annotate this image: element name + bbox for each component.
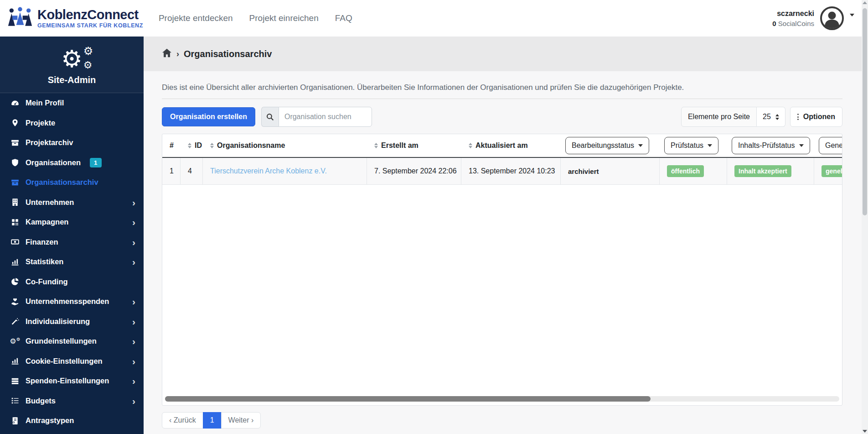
vertical-scrollbar[interactable] [862,0,868,434]
search-input[interactable] [279,107,372,127]
filter-bearbeitungsstatus-dropdown[interactable]: Bearbeitungsstatus [565,137,649,154]
column-header-index: # [162,141,181,150]
chevron-right-icon: › [132,317,135,326]
sidebar: ⚙⚙⚙ Site-Admin Mein Profil Projekte Proj… [0,37,144,434]
sidebar-item-budgets[interactable]: Budgets › [0,391,144,411]
organisation-link[interactable]: Tierschutzverein Arche Koblenz e.V. [210,167,327,175]
filter-inhalts-pruefstatus-dropdown[interactable]: Inhalts-Prüfstatus [732,137,810,154]
column-header-created[interactable]: Erstellt am [367,141,461,150]
chevron-right-icon: › [132,396,135,406]
scroll-up-icon[interactable] [863,1,867,4]
sidebar-item-label: Kampagnen [26,218,68,226]
column-header-approval-status: Genehmigungsstatus [814,137,842,154]
sidebar-item-organisationen[interactable]: Organisationen 1 [0,153,144,173]
horizontal-scrollbar[interactable] [165,396,839,402]
document-icon [10,417,20,425]
chevron-right-icon: › [132,237,135,247]
chevron-right-icon: › [132,336,135,346]
table-scroll-area: # ID Organisationsname Erstellt am [162,134,842,394]
sort-icon[interactable] [374,143,378,148]
sidebar-item-spenden-einstellungen[interactable]: Spenden-Einstellungen › [0,371,144,391]
sidebar-item-statistiken[interactable]: Statistiken › [0,252,144,272]
site-admin-title: Site-Admin [0,75,144,85]
sidebar-item-grundeinstellungen[interactable]: ⚙⚙ Grundeinstellungen › [0,331,144,351]
horizontal-scrollbar-thumb[interactable] [165,396,651,402]
sidebar-item-organisationsarchiv[interactable]: Organisationsarchiv [0,173,144,193]
sidebar-item-label: Organisationsarchiv [26,178,98,187]
main-content: › Organisationsarchiv Dies ist eine Über… [144,37,868,434]
gears-icon: ⚙⚙ [10,337,20,345]
logo[interactable]: KoblenzConnect GEMEINSAM STARK FÜR KOBLE… [0,7,143,30]
scroll-down-icon[interactable] [863,430,867,433]
filter-genehmigungsstatus-dropdown[interactable]: Genehmigungsstatus [819,137,842,154]
per-page-value: 25 [763,113,771,121]
per-page-select[interactable]: 25 [757,107,785,127]
logo-title: KoblenzConnect [37,8,143,21]
sidebar-item-label: Finanzen [26,238,58,246]
nav-projekt-einreichen[interactable]: Projekt einreichen [249,13,319,23]
top-header: KoblenzConnect GEMEINSAM STARK FÜR KOBLE… [0,0,868,37]
pagination-prev-button[interactable]: ‹ Zurück [162,412,203,429]
building-icon [10,198,20,206]
chevron-right-icon: › [132,376,135,386]
sort-icon[interactable] [188,143,191,148]
hand-heart-icon [10,298,20,306]
sort-icon[interactable] [469,143,472,148]
per-page-control: Elemente pro Seite 25 [681,107,785,127]
sidebar-item-projekte[interactable]: Projekte [0,113,144,133]
per-page-label: Elemente pro Seite [681,107,757,127]
archive-icon [10,178,20,187]
sidebar-item-cookie-einstellungen[interactable]: Cookie-Einstellungen › [0,351,144,371]
edit-status: archiviert [568,167,599,175]
caret-down-icon [799,144,804,147]
cell-updated: 13. September 2024 10:23 [461,158,561,184]
column-header-content-status: Inhalts-Prüfstatus [727,137,814,154]
sidebar-item-label: Antragstypen [26,416,74,425]
create-organisation-button[interactable]: Organisation erstellen [162,107,255,126]
logo-icon [7,7,33,30]
sidebar-item-projektarchiv[interactable]: Projektarchiv [0,133,144,153]
filter-pruefstatus-dropdown[interactable]: Prüfstatus [664,137,718,154]
sidebar-item-label: Unternehmen [26,198,74,207]
cell-index: 1 [162,158,181,184]
home-icon[interactable] [162,48,172,59]
nav-projekte-entdecken[interactable]: Projekte entdecken [159,13,233,23]
sort-icon[interactable] [210,143,214,148]
sidebar-item-kampagnen[interactable]: Kampagnen › [0,212,144,232]
sidebar-item-mein-profil[interactable]: Mein Profil [0,93,144,113]
sidebar-item-label: Grundeinstellungen [26,337,97,345]
column-header-updated[interactable]: Aktualisiert am [461,141,561,150]
pagination-page-1[interactable]: 1 [203,412,222,429]
sidebar-item-antragstypen[interactable]: Antragstypen [0,411,144,431]
sidebar-item-unternehmensspenden[interactable]: Unternehmensspenden › [0,292,144,312]
options-button[interactable]: Optionen [790,107,842,127]
vertical-scrollbar-thumb[interactable] [863,8,867,215]
sidebar-item-label: Budgets [26,397,56,405]
organisationen-count-badge: 1 [90,158,102,167]
column-header-name[interactable]: Organisationsname [203,141,367,150]
magic-wand-icon [10,317,20,325]
pie-chart-icon [10,277,20,286]
sidebar-item-emails[interactable]: E-Mails › [0,431,144,434]
avatar[interactable] [820,6,844,31]
column-header-id[interactable]: ID [181,141,203,150]
archive-icon [10,139,20,147]
top-navigation: Projekte entdecken Projekt einreichen FA… [159,13,352,23]
caret-down-icon [708,144,712,147]
sidebar-item-co-funding[interactable]: Co-Funding [0,272,144,292]
user-menu[interactable]: sczarnecki 0 SocialCoins [772,6,868,31]
vertical-dots-icon [797,114,799,120]
sidebar-item-unternehmen[interactable]: Unternehmen › [0,193,144,213]
pagination-next-button[interactable]: Weiter › [221,412,261,429]
shield-icon [10,158,20,167]
site-admin-header: ⚙⚙⚙ Site-Admin [0,37,144,93]
sidebar-item-individualisierung[interactable]: Individualisierung › [0,312,144,332]
sidebar-item-finanzen[interactable]: Finanzen › [0,232,144,252]
nav-faq[interactable]: FAQ [335,13,352,23]
sidebar-item-label: Unternehmensspenden [26,297,109,306]
content-status-badge: Inhalt akzeptiert [734,165,791,177]
page-title: Organisationsarchiv [184,49,272,59]
toolbar: Organisation erstellen Elemente pro Seit… [162,106,842,127]
check-status-badge: öffentlich [667,165,704,177]
sidebar-item-label: Mein Profil [26,99,64,107]
